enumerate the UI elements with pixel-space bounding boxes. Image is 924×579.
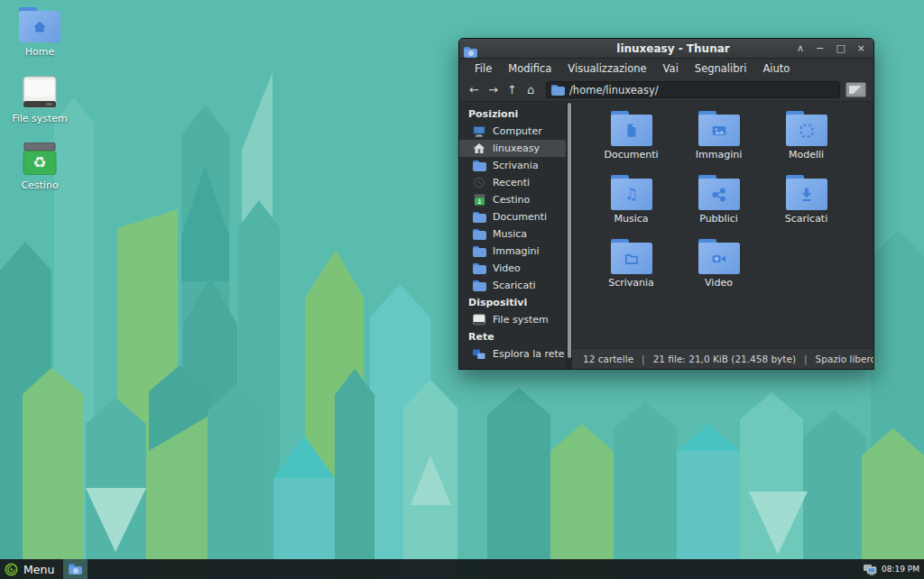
document-emblem-icon (624, 123, 640, 139)
close-button[interactable]: × (857, 43, 865, 53)
menu-logo-icon (5, 563, 18, 576)
menu-vai[interactable]: Vai (655, 62, 687, 75)
sidebar-item-scaricati[interactable]: Scaricati (459, 277, 566, 294)
folder-icon (472, 160, 486, 171)
sidebar-item-label: Scaricati (493, 280, 536, 291)
network-icon (472, 348, 486, 360)
computer-icon (472, 125, 486, 137)
shade-button[interactable]: ∧ (797, 43, 804, 53)
titlebar[interactable]: linuxeasy - Thunar ∧ − □ × (459, 39, 873, 59)
home-icon[interactable]: ⌂ (522, 84, 541, 96)
menu-visualizzazione[interactable]: Visualizzazione (559, 62, 654, 75)
home-folder-icon (19, 7, 60, 42)
folder-icon (472, 228, 486, 240)
maximize-button[interactable]: □ (836, 43, 845, 53)
drive-icon (21, 76, 59, 109)
taskbar-item-thunar[interactable] (63, 559, 88, 579)
template-emblem-icon (799, 123, 815, 139)
forward-icon[interactable]: → (484, 84, 503, 96)
folder-icon (472, 245, 486, 257)
share-emblem-icon (711, 187, 727, 203)
file-label: Modelli (789, 149, 824, 161)
file-label: Scaricati (785, 213, 828, 225)
file-video[interactable]: Video (675, 239, 762, 303)
house-emblem-icon (32, 20, 48, 34)
sidebar-item-label: Immagini (493, 245, 539, 257)
sidebar-item-video[interactable]: Video (459, 260, 566, 277)
up-icon[interactable]: ↑ (503, 84, 522, 96)
sidebar-item-documenti[interactable]: Documenti (459, 208, 566, 225)
sidebar-item-computer[interactable]: Computer (459, 123, 566, 140)
status-folder-count: 12 cartelle (583, 354, 633, 364)
sidebar-item-label: Cestino (493, 194, 530, 206)
sidebar-header-dispositivi: Dispositivi (459, 294, 566, 311)
folder-icon (472, 280, 486, 291)
drive-icon (472, 314, 486, 326)
menubar: File Modifica Visualizzazione Vai Segnal… (459, 59, 873, 78)
file-immagini[interactable]: Immagini (675, 111, 762, 175)
sidebar-item-filesystem[interactable]: File system (459, 311, 566, 328)
desktop-icon-label: Home (25, 46, 54, 58)
minimize-button[interactable]: − (816, 43, 824, 53)
sidebar-item-linuxeasy[interactable]: linuxeasy (459, 140, 566, 157)
image-emblem-icon (710, 123, 728, 139)
back-icon[interactable]: ← (465, 84, 484, 96)
menu-file[interactable]: File (467, 62, 500, 75)
image-icon (849, 86, 863, 94)
music-emblem-icon: ♫ (624, 187, 638, 202)
status-separator: | (804, 354, 808, 364)
statusbar: 12 cartelle | 21 file: 21,0 KiB (21.458 … (572, 348, 873, 369)
sidebar-item-label: Documenti (493, 211, 547, 223)
file-label: Scrivania (608, 277, 654, 289)
menu-aiuto[interactable]: Aiuto (754, 62, 798, 75)
sidebar-item-scrivania[interactable]: Scrivania (459, 157, 566, 174)
status-separator: | (642, 354, 645, 364)
sidebar-item-immagini[interactable]: Immagini (459, 243, 566, 260)
sidebar-item-label: Video (493, 262, 521, 274)
wallpaper-button[interactable] (845, 82, 866, 97)
sidebar-item-label: Computer (493, 125, 542, 137)
folder-icon (472, 262, 486, 274)
desktop-icon-trash[interactable]: ♻ Cestino (7, 142, 72, 191)
file-pubblici[interactable]: Pubblici (675, 175, 762, 239)
desktop-icon-filesystem[interactable]: File system (7, 76, 72, 124)
status-free-space: Spazio libero: 68,... (816, 354, 873, 364)
clock[interactable]: 08:19 PM (882, 565, 919, 574)
menu-segnalibri[interactable]: Segnalibri (687, 62, 755, 75)
file-scaricati[interactable]: Scaricati (762, 175, 850, 239)
sidebar-scrollbar[interactable] (566, 102, 572, 369)
sidebar-item-label: linuxeasy (493, 142, 540, 154)
sidebar-item-label: Esplora la rete (493, 348, 565, 360)
home-icon (472, 142, 486, 154)
sidebar-item-musica[interactable]: Musica (459, 225, 566, 243)
thunar-app-icon (464, 47, 477, 58)
scrollbar-thumb[interactable] (568, 103, 571, 358)
sidebar-item-label: Scrivania (493, 160, 539, 171)
sidebar-item-cestino[interactable]: Cestino (459, 191, 566, 208)
file-documenti[interactable]: Documenti (587, 111, 675, 175)
file-musica[interactable]: ♫ Musica (587, 175, 675, 239)
file-label: Pubblici (699, 213, 738, 225)
sidebar-header-posizioni: Posizioni (459, 106, 566, 123)
menu-button[interactable]: Menu (0, 559, 63, 579)
desktop: Home File system ♻ Cestino linuxeasy - T… (0, 0, 924, 579)
sidebar: Posizioni Computer linuxeasy Scrivania (459, 102, 566, 369)
path-text: /home/linuxeasy/ (569, 84, 659, 96)
folder-icon (472, 211, 486, 223)
thunar-task-icon (69, 564, 82, 574)
desktop-icon-label: Cestino (21, 179, 58, 191)
desktop-icon-home[interactable]: Home (7, 7, 72, 58)
taskbar: Menu 08:19 PM (0, 559, 924, 579)
network-tray-icon[interactable] (863, 564, 878, 575)
menu-label: Menu (23, 563, 54, 576)
file-scrivania[interactable]: Scrivania (587, 239, 675, 303)
file-view: Documenti Immagini (572, 102, 873, 348)
sidebar-item-esplora-rete[interactable]: Esplora la rete (459, 345, 566, 363)
status-file-count: 21 file: 21,0 KiB (21.458 byte) (653, 354, 796, 364)
file-modelli[interactable]: Modelli (762, 111, 850, 175)
path-bar[interactable]: /home/linuxeasy/ (546, 81, 840, 98)
folder-emblem-icon (624, 251, 640, 267)
file-label: Video (705, 277, 733, 289)
menu-modifica[interactable]: Modifica (500, 62, 559, 75)
sidebar-item-recenti[interactable]: Recenti (459, 174, 566, 191)
